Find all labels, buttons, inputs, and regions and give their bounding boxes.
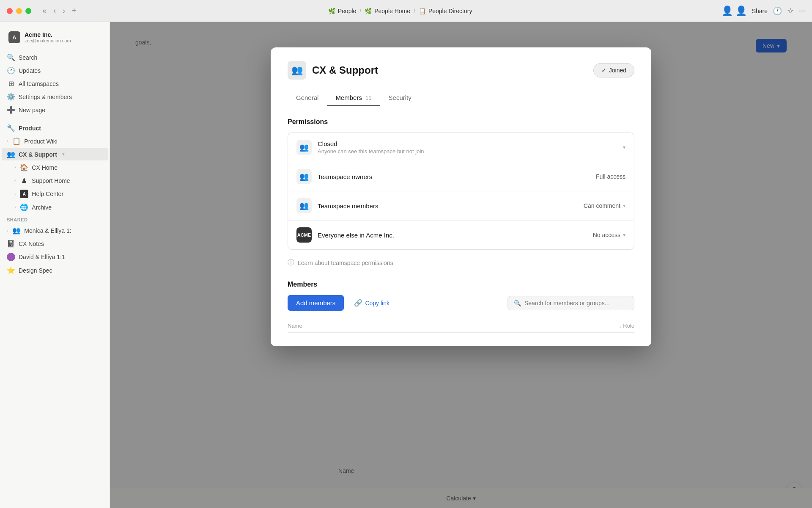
product-wiki-label: Product Wiki bbox=[24, 138, 58, 145]
sidebar-item-cx-support[interactable]: 👥 CX & Support ▾ bbox=[2, 148, 108, 160]
maximize-button[interactable] bbox=[25, 8, 31, 14]
workspace-icon: A bbox=[8, 31, 20, 43]
col-role-header[interactable]: ↓ Role bbox=[619, 323, 634, 329]
owners-icon-glyph: 👥 bbox=[299, 172, 309, 181]
tab-members[interactable]: Members 11 bbox=[327, 90, 380, 106]
sidebar-item-product-wiki[interactable]: › 📋 Product Wiki bbox=[2, 135, 108, 147]
sidebar-item-updates[interactable]: 🕐 Updates bbox=[2, 64, 108, 77]
sort-down-icon: ↓ bbox=[619, 323, 622, 329]
nav-buttons: « ‹ › + bbox=[40, 6, 79, 16]
owners-name: Teamspace owners bbox=[318, 173, 590, 180]
chevron-support-home: › bbox=[14, 178, 16, 183]
sidebar-item-monica-elliya[interactable]: › 👥 Monica & Elliya 1: bbox=[2, 224, 108, 237]
sidebar-item-settings[interactable]: ⚙️ Settings & members bbox=[2, 91, 108, 103]
chevron-members-icon: ▾ bbox=[623, 203, 625, 209]
members-search-area: 🔍 bbox=[508, 296, 634, 310]
members-table-header: Name ↓ Role bbox=[288, 319, 634, 333]
learn-permissions-link[interactable]: ⓘ Learn about teamspace permissions bbox=[288, 258, 634, 267]
cx-notes-icon: 📓 bbox=[7, 240, 15, 248]
tab-security[interactable]: Security bbox=[380, 90, 420, 106]
cx-home-label: CX Home bbox=[32, 164, 58, 171]
add-members-button[interactable]: Add members bbox=[288, 295, 344, 311]
members-info: Teamspace members bbox=[318, 202, 578, 210]
owners-access-label: Full access bbox=[596, 173, 625, 180]
everyone-name: Everyone else in Acme Inc. bbox=[318, 232, 587, 239]
main-layout: A Acme Inc. zoe@makenotion.com 🔍 Search … bbox=[0, 22, 812, 508]
everyone-icon: ACME bbox=[296, 227, 312, 243]
sidebar-item-cx-home[interactable]: › 🏠 CX Home bbox=[2, 161, 108, 174]
workspace-info[interactable]: A Acme Inc. zoe@makenotion.com bbox=[5, 29, 104, 46]
design-spec-label: Design Spec bbox=[19, 267, 52, 274]
copy-link-button[interactable]: 🔗 Copy link bbox=[349, 295, 395, 310]
breadcrumb-people-home[interactable]: 🌿 People Home bbox=[365, 8, 410, 14]
modal-overlay[interactable]: 👥 CX & Support ✓ Joined General bbox=[110, 22, 812, 508]
avatar-icon: 👤 bbox=[721, 6, 733, 17]
teamspace-icon-glyph: 👥 bbox=[291, 65, 303, 76]
breadcrumb-people-directory[interactable]: 📋 People Directory bbox=[419, 8, 472, 14]
workspace-email: zoe@makenotion.com bbox=[25, 38, 71, 43]
members-access-dropdown[interactable]: Can comment ▾ bbox=[584, 202, 625, 209]
sidebar-item-help-center[interactable]: › A Help Center bbox=[2, 188, 108, 200]
collapse-sidebar-button[interactable]: « bbox=[40, 6, 49, 16]
cx-notes-label: CX Notes bbox=[19, 240, 44, 247]
modal-dialog: 👥 CX & Support ✓ Joined General bbox=[271, 47, 651, 346]
avatar-area: 👤 👤 bbox=[721, 6, 747, 17]
members-count: 11 bbox=[365, 95, 371, 101]
members-search-input[interactable] bbox=[524, 300, 628, 306]
joined-button[interactable]: ✓ Joined bbox=[593, 63, 634, 77]
cx-support-chevron: ▾ bbox=[62, 152, 65, 157]
sidebar-item-cx-notes[interactable]: 📓 CX Notes bbox=[2, 237, 108, 250]
david-label: David & Elliya 1:1 bbox=[19, 254, 65, 260]
permission-type-row[interactable]: 👥 Closed Anyone can see this teamspace b… bbox=[288, 133, 634, 162]
back-button[interactable]: ‹ bbox=[51, 6, 58, 16]
members-icon: 👥 bbox=[296, 198, 312, 213]
forward-button[interactable]: › bbox=[60, 6, 68, 16]
members-name: Teamspace members bbox=[318, 202, 578, 210]
bookmark-icon[interactable]: ☆ bbox=[787, 6, 794, 16]
learn-link-label: Learn about teamspace permissions bbox=[298, 260, 393, 266]
closed-dropdown[interactable]: ▾ bbox=[623, 144, 625, 150]
chevron-monica: › bbox=[7, 228, 8, 233]
modal-title: CX & Support bbox=[312, 64, 378, 76]
share-button[interactable]: Share bbox=[752, 8, 768, 14]
permission-members-row: 👥 Teamspace members Can comment ▾ bbox=[288, 191, 634, 221]
minimize-button[interactable] bbox=[16, 8, 22, 14]
sidebar-item-new-page[interactable]: ➕ New page bbox=[2, 104, 108, 116]
help-center-icon: A bbox=[20, 190, 28, 198]
cx-support-icon: 👥 bbox=[7, 150, 15, 158]
role-header-label: Role bbox=[623, 323, 634, 329]
sidebar-item-all-teamspaces[interactable]: ⊞ All teamspaces bbox=[2, 77, 108, 90]
add-page-button[interactable]: + bbox=[69, 6, 79, 16]
new-page-label: New page bbox=[19, 107, 45, 113]
owners-access: Full access bbox=[596, 173, 625, 180]
sidebar-item-search[interactable]: 🔍 Search bbox=[2, 51, 108, 64]
tab-security-label: Security bbox=[389, 94, 411, 101]
title-bar-actions: 👤 👤 Share 🕐 ☆ ··· bbox=[721, 6, 805, 17]
members-actions: Add members 🔗 Copy link 🔍 bbox=[288, 295, 634, 311]
more-options-icon[interactable]: ··· bbox=[799, 6, 805, 15]
workspace-name: Acme Inc. bbox=[25, 31, 71, 38]
monica-label: Monica & Elliya 1: bbox=[24, 227, 71, 234]
history-icon[interactable]: 🕐 bbox=[773, 6, 782, 16]
members-section-title: Members bbox=[288, 281, 634, 288]
sidebar-item-archive[interactable]: › 🌐 Archive bbox=[2, 201, 108, 213]
sidebar-item-design-spec[interactable]: ⭐ Design Spec bbox=[2, 264, 108, 276]
sidebar-workspace-area: A Acme Inc. zoe@makenotion.com bbox=[0, 25, 110, 49]
people-directory-icon: 📋 bbox=[419, 8, 426, 14]
permissions-box: 👥 Closed Anyone can see this teamspace b… bbox=[288, 133, 634, 250]
chevron-right-icon: › bbox=[7, 139, 8, 144]
search-label: Search bbox=[19, 54, 37, 61]
archive-label: Archive bbox=[32, 204, 52, 211]
new-page-icon: ➕ bbox=[7, 106, 15, 114]
breadcrumb-people[interactable]: 🌿 People bbox=[328, 8, 357, 14]
members-access-label: Can comment bbox=[584, 202, 620, 209]
everyone-access-dropdown[interactable]: No access ▾ bbox=[593, 232, 625, 238]
sidebar-item-david-elliya[interactable]: David & Elliya 1:1 bbox=[2, 251, 108, 263]
product-icon: 🔧 bbox=[7, 124, 15, 132]
tab-general[interactable]: General bbox=[288, 90, 327, 106]
breadcrumb-sep-2: / bbox=[414, 8, 415, 14]
close-button[interactable] bbox=[7, 8, 13, 14]
people-home-icon: 🌿 bbox=[365, 8, 372, 14]
sidebar-item-product[interactable]: 🔧 Product bbox=[2, 122, 108, 134]
sidebar-item-support-home[interactable]: › ♟ Support Home bbox=[2, 174, 108, 187]
